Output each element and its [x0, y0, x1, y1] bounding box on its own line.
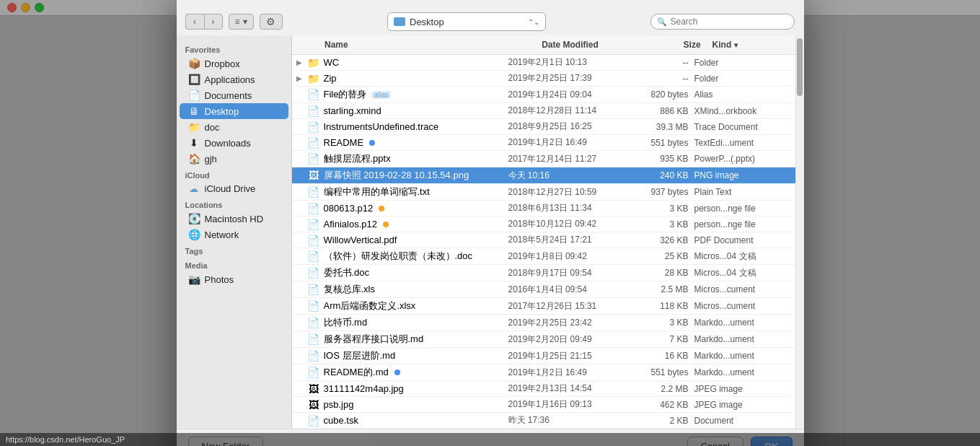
table-row[interactable]: 📄 cube.tsk 昨天 17:36 2 KB Document [292, 413, 795, 429]
sidebar-item-label-downloads: Downloads [205, 138, 251, 149]
file-size: 326 KB [624, 235, 689, 245]
table-row[interactable]: 📄 README 2019年1月2日 16:49 551 bytes TextE… [292, 135, 795, 151]
file-date: 2019年1月2日 16:49 [508, 136, 624, 149]
expand-icon[interactable]: ▶ [292, 58, 306, 66]
file-name-text: starling.xmind [324, 105, 381, 116]
view-icon: ≡ [235, 17, 240, 27]
file-kind: Micros...04 文稿 [689, 250, 782, 263]
file-kind: person...nge file [689, 204, 782, 214]
file-name-text: Arm后端函数定义.xlsx [324, 299, 416, 312]
file-icon: 📄 [307, 186, 319, 198]
file-name: 比特币.md [321, 316, 508, 329]
file-date: 今天 10:16 [508, 170, 624, 182]
table-row[interactable]: ▶ 📁 Zip 2019年2月25日 17:39 -- Folder [292, 71, 795, 87]
file-kind: Plain Text [689, 187, 782, 197]
sidebar-item-applications[interactable]: 🔲 Applications [180, 71, 288, 87]
file-name: 触摸层流程.pptx [321, 152, 508, 165]
sidebar-section-favorites: Favorites [177, 41, 291, 56]
file-kind: Alias [689, 89, 782, 100]
table-row[interactable]: 📄 IOS 层层进阶.md 2019年1月25日 21:15 16 KB Mar… [292, 348, 795, 364]
table-row[interactable]: 📄 InstrumentsUndefined.trace 2018年9月25日 … [292, 119, 795, 135]
sidebar-item-network[interactable]: 🌐 Network [180, 227, 288, 242]
file-icon: 📄 [307, 153, 319, 165]
file-name: InstrumentsUndefined.trace [321, 121, 508, 132]
table-row[interactable]: 📄 starling.xmind 2018年12月28日 11:14 886 K… [292, 103, 795, 119]
table-row[interactable]: 🖼 psb.jpg 2019年1月16日 09:13 462 KB JPEG i… [292, 397, 795, 413]
scrollbar-thumb[interactable] [797, 38, 803, 96]
file-name-text: IOS 层层进阶.md [324, 349, 396, 362]
search-input[interactable] [670, 17, 788, 27]
col-header-name[interactable]: Name [319, 38, 536, 51]
col-header-kind[interactable]: Kind ▾ [707, 38, 795, 51]
file-icon-cell: 📄 [306, 415, 321, 427]
file-date: 2019年2月1日 10:13 [508, 56, 624, 69]
scrollbar[interactable] [795, 35, 804, 429]
url-text: https://blog.csdn.net/HeroGuo_JP [6, 435, 125, 444]
table-row[interactable]: ▶ 📁 WC 2019年2月1日 10:13 -- Folder [292, 55, 795, 71]
sidebar-item-documents[interactable]: 📄 Documents [180, 87, 288, 103]
table-row[interactable]: 📄 委托书.doc 2018年9月17日 09:54 28 KB Micros.… [292, 265, 795, 281]
sidebar-item-gjh[interactable]: 🏠 gjh [180, 151, 288, 167]
file-name-text: 编程中常用的单词缩写.txt [324, 185, 430, 198]
table-row[interactable]: 📄 比特币.md 2019年2月25日 23:42 3 KB Markdo...… [292, 315, 795, 331]
location-label: Desktop [410, 17, 524, 27]
file-size: 2.5 MB [624, 284, 689, 294]
file-name-text: 委托书.doc [324, 266, 370, 279]
table-row[interactable]: 📄 Arm后端函数定义.xlsx 2017年12月26日 15:31 118 K… [292, 298, 795, 315]
applications-icon: 🔲 [188, 74, 200, 85]
sidebar-item-downloads[interactable]: ⬇ Downloads [180, 135, 288, 151]
file-panel: Name Date Modified Size Kind ▾ ▶ 📁 WC 20… [292, 35, 795, 429]
file-date: 2018年9月25日 16:25 [508, 121, 624, 133]
view-button[interactable]: ≡ ▾ [229, 14, 254, 30]
file-icon: 📄 [307, 415, 319, 427]
file-icon-cell: 📄 [306, 300, 321, 312]
desktop-icon: 🖥 [188, 105, 200, 117]
file-size: -- [624, 58, 689, 68]
file-date: 2019年2月20日 09:49 [508, 333, 624, 346]
gjh-icon: 🏠 [188, 153, 200, 165]
sidebar-item-desktop[interactable]: 🖥 Desktop [180, 103, 288, 119]
nav-group: ‹ › [185, 14, 223, 30]
sidebar-item-doc[interactable]: 📁 doc [180, 119, 288, 135]
sidebar-item-label-gjh: gjh [205, 154, 217, 165]
table-row[interactable]: 📄 WillowVertical.pdf 2018年5月24日 17:21 32… [292, 232, 795, 248]
table-row[interactable]: 📄 080613.p12 2018年6月13日 11:34 3 KB perso… [292, 201, 795, 217]
file-kind: PNG image [689, 170, 782, 180]
search-box[interactable]: 🔍 [650, 14, 795, 30]
file-icon-cell: 🖼 [306, 383, 321, 395]
file-icon-cell: 📄 [306, 250, 321, 262]
table-row[interactable]: 📄 编程中常用的单词缩写.txt 2018年12月27日 10:59 937 b… [292, 184, 795, 201]
sidebar-item-icloud-drive[interactable]: ☁ iCloud Drive [180, 181, 288, 196]
folder-icon: 📁 [307, 57, 319, 69]
table-row[interactable]: 📄 README的.md 2019年1月2日 16:49 551 bytes M… [292, 364, 795, 381]
sidebar-item-label-dropbox: Dropbox [205, 58, 240, 69]
action-button[interactable]: ⚙ [260, 14, 283, 30]
dropbox-icon: 📦 [188, 58, 200, 69]
location-selector[interactable]: Desktop ⌃⌄ [387, 12, 546, 31]
col-header-date[interactable]: Date Modified [536, 38, 645, 51]
back-icon: ‹ [193, 17, 196, 27]
file-name-text: File的替身 [324, 88, 367, 101]
tag-dot-orange [383, 222, 389, 227]
file-size: 3 KB [624, 219, 689, 229]
sidebar-item-photos[interactable]: 📷 Photos [180, 271, 288, 287]
table-row[interactable]: 📄 服务器程序接口说明.md 2019年2月20日 09:49 7 KB Mar… [292, 331, 795, 348]
table-row[interactable]: 📄 File的替身alias 2019年1月24日 09:04 820 byte… [292, 87, 795, 103]
sidebar-item-dropbox[interactable]: 📦 Dropbox [180, 56, 288, 71]
back-button[interactable]: ‹ [185, 14, 204, 30]
table-row[interactable]: 🖼 屏幕快照 2019-02-28 10.15.54.png 今天 10:16 … [292, 167, 795, 184]
file-kind: Markdo...ument [689, 367, 782, 377]
table-row[interactable]: 🖼 31111142m4ap.jpg 2019年2月13日 14:54 2.2 … [292, 381, 795, 397]
table-row[interactable]: 📄 （软件）研发岗位职责（未改）.doc 2019年1月8日 09:42 25 … [292, 248, 795, 265]
forward-button[interactable]: › [204, 14, 223, 30]
file-icon: 📄 [307, 317, 319, 328]
table-row[interactable]: 📄 触摸层流程.pptx 2017年12月14日 11:27 935 KB Po… [292, 151, 795, 167]
expand-icon[interactable]: ▶ [292, 74, 306, 82]
table-row[interactable]: 📄 Afinialos.p12 2018年10月12日 09:42 3 KB p… [292, 217, 795, 232]
table-row[interactable]: 📄 复核总库.xls 2016年1月4日 09:54 2.5 MB Micros… [292, 281, 795, 298]
file-icon-cell: 📄 [306, 105, 321, 117]
file-size: 3 KB [624, 318, 689, 328]
sidebar-item-macintosh-hd[interactable]: 💽 Macintosh HD [180, 211, 288, 227]
file-icon-cell: 📄 [306, 186, 321, 198]
col-header-size[interactable]: Size [645, 38, 706, 51]
